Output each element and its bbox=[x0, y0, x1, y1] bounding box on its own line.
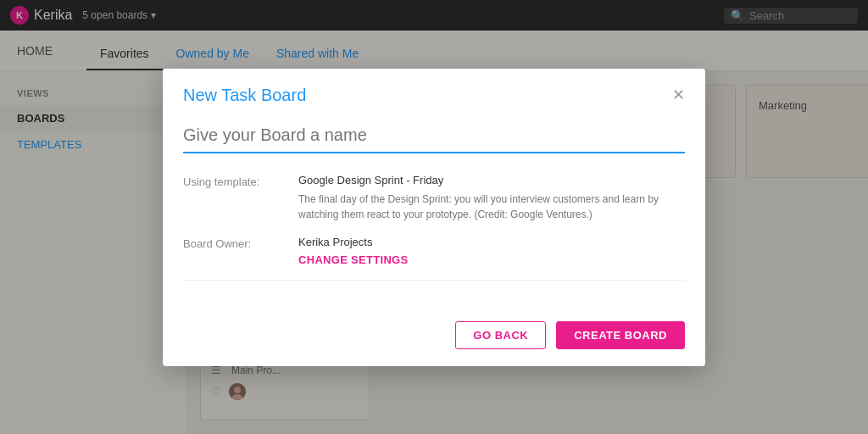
modal-close-button[interactable]: ✕ bbox=[672, 87, 685, 103]
owner-field: Board Owner: Kerika Projects CHANGE SETT… bbox=[183, 236, 685, 266]
modal-header: New Task Board ✕ bbox=[163, 69, 705, 119]
go-back-button[interactable]: GO BACK bbox=[455, 321, 546, 349]
modal-title: New Task Board bbox=[183, 86, 306, 105]
template-value-group: Google Design Sprint - Friday The final … bbox=[298, 174, 685, 222]
template-name: Google Design Sprint - Friday bbox=[298, 174, 685, 186]
template-field: Using template: Google Design Sprint - F… bbox=[183, 174, 685, 222]
owner-name: Kerika Projects bbox=[298, 236, 408, 248]
create-board-button[interactable]: CREATE BOARD bbox=[556, 321, 685, 349]
template-label: Using template: bbox=[183, 174, 285, 222]
owner-label: Board Owner: bbox=[183, 236, 285, 266]
owner-value-group: Kerika Projects CHANGE SETTINGS bbox=[298, 236, 408, 266]
modal-body: Using template: Google Design Sprint - F… bbox=[163, 119, 705, 311]
modal-footer: GO BACK CREATE BOARD bbox=[163, 311, 705, 366]
new-task-board-modal: New Task Board ✕ Using template: Google … bbox=[163, 69, 705, 366]
modal-divider bbox=[183, 280, 685, 281]
template-desc: The final day of the Design Sprint: you … bbox=[298, 192, 685, 222]
modal-overlay: New Task Board ✕ Using template: Google … bbox=[0, 0, 868, 434]
board-name-input[interactable] bbox=[183, 119, 685, 153]
change-settings-link[interactable]: CHANGE SETTINGS bbox=[298, 253, 408, 266]
